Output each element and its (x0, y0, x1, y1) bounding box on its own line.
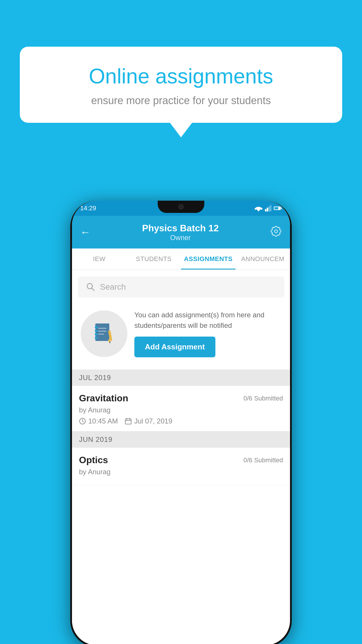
status-icons (254, 205, 282, 211)
content-area: Search (72, 270, 290, 644)
svg-rect-8 (281, 207, 282, 209)
assignment-meta: 10:45 AM Jul 07, 2019 (79, 417, 283, 425)
notch (158, 201, 204, 213)
assignment-submitted-optics: 0/6 Submitted (243, 456, 283, 464)
svg-rect-12 (95, 326, 98, 328)
svg-rect-18 (98, 334, 104, 335)
settings-button[interactable] (270, 225, 282, 239)
tab-assignments[interactable]: ASSIGNMENTS (181, 249, 236, 270)
add-assignment-button[interactable]: Add Assignment (134, 337, 215, 357)
status-time: 14:29 (80, 204, 96, 212)
section-header-jul: JUL 2019 (72, 370, 290, 386)
assignment-date: Jul 07, 2019 (134, 417, 172, 425)
speech-bubble: Online assignments ensure more practice … (20, 47, 342, 123)
svg-rect-3 (267, 208, 268, 211)
calendar-icon (125, 418, 132, 425)
app-bar-subtitle: Owner (142, 234, 219, 242)
section-header-jun: JUN 2019 (72, 431, 290, 448)
assignment-item-optics[interactable]: Optics 0/6 Submitted by Anurag (72, 448, 290, 485)
assignment-top-optics: Optics 0/6 Submitted (79, 455, 283, 466)
search-icon (86, 282, 95, 292)
assignment-submitted: 0/6 Submitted (243, 395, 283, 402)
tab-students[interactable]: STUDENTS (126, 249, 181, 270)
speech-bubble-arrow (170, 123, 192, 137)
assignment-title-optics: Optics (79, 455, 108, 466)
phone-screen: 14:29 (72, 201, 290, 644)
assignment-item-gravitation[interactable]: Gravitation 0/6 Submitted by Anurag 10:4… (72, 386, 290, 431)
promo-text-area: You can add assignment(s) from here and … (134, 310, 281, 357)
wifi-icon (254, 205, 263, 211)
assignment-title: Gravitation (79, 393, 128, 404)
svg-rect-15 (95, 337, 98, 339)
assignment-time: 10:45 AM (88, 417, 118, 425)
svg-rect-2 (265, 209, 266, 211)
assignment-author-optics: by Anurag (79, 468, 283, 476)
status-bar: 14:29 (72, 201, 290, 216)
svg-rect-4 (268, 206, 270, 211)
svg-rect-5 (270, 205, 271, 211)
meta-time: 10:45 AM (79, 417, 118, 425)
speech-bubble-subtitle: ensure more practice for your students (40, 94, 322, 107)
search-bar[interactable]: Search (78, 276, 284, 298)
svg-rect-13 (95, 330, 98, 332)
svg-rect-14 (95, 333, 98, 335)
speech-bubble-title: Online assignments (40, 64, 322, 88)
promo-card: You can add assignment(s) from here and … (78, 304, 284, 363)
tab-announcements[interactable]: ANNOUNCEM (236, 249, 290, 270)
svg-marker-1 (256, 209, 261, 211)
search-placeholder: Search (100, 282, 126, 292)
svg-rect-7 (274, 207, 278, 209)
assignment-author: by Anurag (79, 406, 283, 414)
notch-camera (178, 204, 184, 209)
svg-rect-16 (98, 328, 106, 329)
svg-rect-25 (125, 419, 131, 424)
promo-icon-circle (81, 310, 127, 357)
svg-line-24 (82, 421, 84, 422)
clock-icon (79, 418, 86, 425)
app-bar-title: Physics Batch 12 (142, 223, 219, 234)
app-bar: ← Physics Batch 12 Owner (72, 216, 290, 249)
tab-iew[interactable]: IEW (72, 249, 126, 270)
svg-rect-17 (98, 331, 106, 332)
svg-line-10 (92, 288, 94, 290)
back-button[interactable]: ← (80, 226, 91, 238)
battery-icon (274, 206, 282, 211)
app-bar-title-group: Physics Batch 12 Owner (142, 223, 219, 242)
notebook-icon (92, 322, 116, 345)
tabs: IEW STUDENTS ASSIGNMENTS ANNOUNCEM (72, 249, 290, 270)
meta-date: Jul 07, 2019 (125, 417, 172, 425)
signal-icon (265, 205, 271, 211)
assignment-top: Gravitation 0/6 Submitted (79, 393, 283, 404)
phone-frame: 14:29 (70, 201, 292, 644)
speech-bubble-wrapper: Online assignments ensure more practice … (20, 47, 342, 137)
promo-description: You can add assignment(s) from here and … (134, 310, 281, 331)
